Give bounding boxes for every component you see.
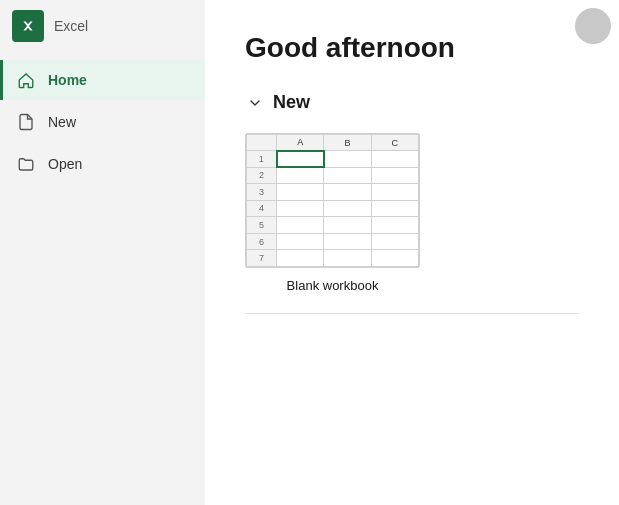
excel-logo <box>12 10 44 42</box>
greeting-text: Good afternoon <box>245 32 579 64</box>
new-icon <box>16 112 36 132</box>
open-label: Open <box>48 156 82 172</box>
main-content: Good afternoon New A B C <box>205 0 619 505</box>
open-icon <box>16 154 36 174</box>
blank-workbook-card[interactable]: A B C 1 <box>245 133 420 293</box>
sidebar-nav: Home New Open <box>0 52 205 192</box>
app-name-label: Excel <box>54 18 88 34</box>
new-section-title: New <box>273 92 310 113</box>
chevron-down-icon[interactable] <box>245 93 265 113</box>
spreadsheet-preview: A B C 1 <box>246 134 419 267</box>
blank-workbook-label: Blank workbook <box>287 278 379 293</box>
section-divider <box>245 313 579 314</box>
templates-row: A B C 1 <box>245 133 579 293</box>
blank-workbook-thumbnail: A B C 1 <box>245 133 420 268</box>
app-header: Excel <box>0 0 205 52</box>
avatar <box>575 8 611 44</box>
sidebar: Excel Home New <box>0 0 205 505</box>
home-icon <box>16 70 36 90</box>
home-label: Home <box>48 72 87 88</box>
sidebar-item-open[interactable]: Open <box>0 144 205 184</box>
new-section-header: New <box>245 92 579 113</box>
sidebar-item-home[interactable]: Home <box>0 60 205 100</box>
new-label: New <box>48 114 76 130</box>
sidebar-item-new[interactable]: New <box>0 102 205 142</box>
